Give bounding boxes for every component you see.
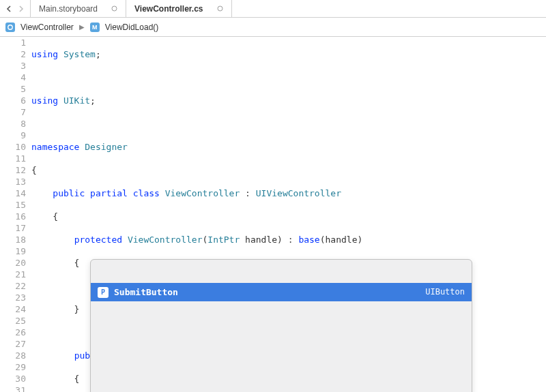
tab-label: Main.storyboard [39,4,98,14]
breadcrumb-class[interactable]: ViewController [20,22,74,32]
breadcrumb-method[interactable]: ViewDidLoad() [105,22,159,32]
autocomplete-popup: P SubmitButton UIButton [90,259,472,392]
svg-point-1 [218,6,222,11]
autocomplete-item[interactable]: P SubmitButton UIButton [91,283,472,301]
class-icon [5,22,15,32]
property-icon: P [98,287,109,298]
tab-nav-back-icon[interactable] [4,4,14,14]
method-icon: M [90,22,100,32]
tab-label: ViewController.cs [134,4,203,14]
svg-point-2 [8,25,12,29]
code-area[interactable]: using System; using UIKit; namespace Des… [31,37,546,392]
tab-main-storyboard[interactable]: Main.storyboard [31,0,126,17]
tab-viewcontroller-cs[interactable]: ViewController.cs [126,0,231,17]
tab-bar: Main.storyboard ViewController.cs [0,0,546,18]
breadcrumb: ViewController ▶ M ViewDidLoad() [0,18,546,37]
line-gutter: 1234567891011121314151617181920212223242… [0,37,31,392]
code-editor[interactable]: 1234567891011121314151617181920212223242… [0,37,546,392]
tab-nav-forward-icon [16,4,26,14]
autocomplete-body [91,325,472,392]
chevron-right-icon: ▶ [79,23,85,31]
close-icon[interactable] [217,4,223,14]
tab-nav-arrows [0,0,31,17]
svg-point-0 [112,6,117,11]
autocomplete-label: SubmitButton [114,286,420,298]
autocomplete-type: UIButton [425,286,465,298]
close-icon[interactable] [111,4,117,14]
